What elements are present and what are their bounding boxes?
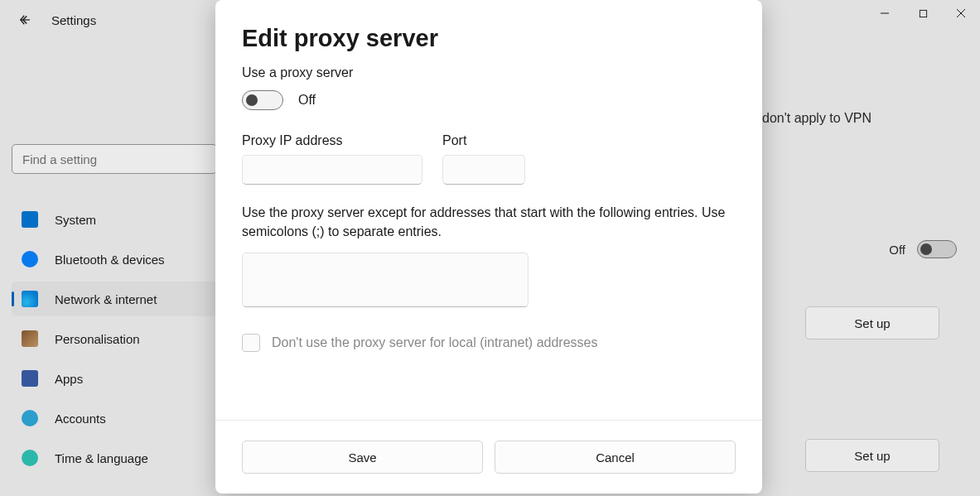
dialog-title: Edit proxy server [242,25,736,52]
exceptions-input[interactable] [242,253,529,307]
proxy-port-input[interactable] [442,155,525,185]
dialog-footer: Save Cancel [215,420,762,494]
exceptions-help-text: Use the proxy server except for addresse… [242,203,736,241]
proxy-ip-label: Proxy IP address [242,133,422,148]
save-button[interactable]: Save [242,441,483,474]
save-button-label: Save [348,450,376,465]
cancel-button-label: Cancel [596,450,635,465]
proxy-ip-input[interactable] [242,155,422,185]
local-bypass-checkbox[interactable] [242,334,260,352]
use-proxy-label: Use a proxy server [242,65,736,80]
use-proxy-toggle-state: Off [298,93,316,108]
cancel-button[interactable]: Cancel [495,441,736,474]
proxy-port-label: Port [442,133,525,148]
edit-proxy-dialog: Edit proxy server Use a proxy server Off… [215,0,762,494]
use-proxy-toggle[interactable] [242,90,283,110]
local-bypass-label: Don't use the proxy server for local (in… [272,335,597,350]
